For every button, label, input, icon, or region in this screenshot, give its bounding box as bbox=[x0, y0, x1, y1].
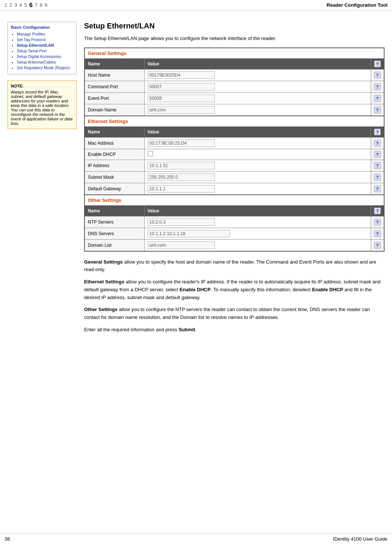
default-gateway-input[interactable] bbox=[148, 185, 215, 193]
para-other-text: allow you to configure the NTP servers t… bbox=[84, 307, 370, 320]
sidebar-item-setup-antenna[interactable]: Setup Antenna/Cables bbox=[17, 60, 73, 64]
help-icon-domain-list[interactable]: ? bbox=[374, 242, 381, 249]
dns-servers-input[interactable] bbox=[148, 230, 230, 237]
subnet-mask-input[interactable] bbox=[148, 173, 215, 181]
para-ethernet-text2: . To manually specify this information, … bbox=[211, 287, 312, 292]
ntp-servers-input[interactable] bbox=[148, 218, 215, 226]
ip-address-help: ? bbox=[371, 160, 385, 171]
command-port-help: ? bbox=[371, 81, 385, 92]
dns-servers-help: ? bbox=[371, 228, 385, 239]
enable-dhcp-checkbox[interactable] bbox=[148, 151, 153, 156]
ip-address-value-cell bbox=[144, 160, 371, 171]
nav-6[interactable]: 6 bbox=[29, 2, 33, 9]
nav-2[interactable]: 2 bbox=[9, 2, 12, 8]
domain-name-value-cell bbox=[144, 104, 371, 116]
ip-address-input[interactable] bbox=[148, 162, 215, 169]
sidebar-item-manage-profiles[interactable]: Manage Profiles bbox=[17, 32, 73, 36]
general-name-col-header: Name bbox=[84, 58, 144, 69]
sidebar-item-setup-serial[interactable]: Setup Serial Port bbox=[17, 49, 73, 53]
host-name-input[interactable] bbox=[148, 71, 215, 79]
para-ethernet: Ethernet Settings allow you to configure… bbox=[84, 278, 385, 301]
help-icon-domain-name[interactable]: ? bbox=[374, 107, 381, 113]
intro-text: The Setup Ethernet/LAN page allows you t… bbox=[84, 35, 385, 42]
table-row: Subnet Mask ? bbox=[84, 171, 384, 183]
sidebar-item-setup-digital[interactable]: Setup Digital Accessories bbox=[17, 54, 73, 59]
para-ethernet-bold: Ethernet Settings bbox=[84, 279, 124, 285]
mac-address-value-cell bbox=[144, 137, 371, 149]
sidebar-item-set-tag-protocol[interactable]: Set Tag Protocol bbox=[17, 37, 73, 42]
para-submit: Enter all the required information and p… bbox=[84, 326, 385, 334]
domain-name-input[interactable] bbox=[148, 106, 215, 114]
table-row: DNS Servers ? bbox=[84, 228, 384, 239]
domain-list-input[interactable] bbox=[148, 242, 215, 249]
help-icon-command-port[interactable]: ? bbox=[374, 83, 381, 90]
ethernet-settings-section-header: Ethernet Settings bbox=[84, 116, 384, 127]
table-row: Mac Address ? bbox=[84, 137, 384, 149]
help-icon-dns[interactable]: ? bbox=[374, 230, 381, 237]
dns-servers-value-cell bbox=[144, 228, 371, 239]
footer-page-number: 38 bbox=[4, 536, 10, 542]
help-icon-dhcp[interactable]: ? bbox=[374, 151, 381, 158]
nav-5[interactable]: 5 bbox=[24, 2, 27, 8]
sidebar-item-regulatory-mode[interactable]: Set Regulatory Mode (Region) bbox=[17, 65, 73, 70]
nav-3[interactable]: 3 bbox=[14, 2, 17, 8]
page-footer: 38 IDentity 4100 User Guide bbox=[0, 534, 392, 544]
table-row: Event Port ? bbox=[84, 92, 384, 104]
other-settings-col-header: Name Value ? bbox=[84, 205, 384, 216]
nav-1[interactable]: 1 bbox=[4, 2, 7, 8]
event-port-input[interactable] bbox=[148, 95, 215, 102]
ethernet-settings-col-header: Name Value ? bbox=[84, 126, 384, 137]
note-text: Always record the IP, Mac, subnet, and d… bbox=[11, 90, 73, 126]
page-heading: Setup Ethernet/LAN bbox=[84, 22, 385, 30]
general-settings-col-header: Name Value ? bbox=[84, 58, 384, 69]
event-port-label: Event Port bbox=[84, 92, 144, 104]
default-gateway-help: ? bbox=[371, 183, 385, 195]
domain-list-help: ? bbox=[371, 239, 385, 251]
general-help-icon-header: ? bbox=[374, 61, 381, 67]
enable-dhcp-help: ? bbox=[371, 149, 385, 160]
ethernet-settings-label: Ethernet Settings bbox=[84, 116, 384, 127]
para-submit-end: . bbox=[195, 327, 197, 332]
sidebar-item-setup-ethernet[interactable]: Setup Ethernet/LAN bbox=[17, 43, 73, 47]
domain-list-value-cell bbox=[144, 239, 371, 251]
table-row: Default Gateway ? bbox=[84, 183, 384, 195]
ntp-servers-value-cell bbox=[144, 216, 371, 228]
other-settings-label: Other Settings bbox=[84, 195, 384, 206]
ethernet-name-col-header: Name bbox=[84, 126, 144, 137]
help-icon-subnet[interactable]: ? bbox=[374, 174, 381, 181]
help-icon-ntp[interactable]: ? bbox=[374, 219, 381, 225]
mac-address-input[interactable] bbox=[148, 139, 215, 147]
note-box: NOTE: Always record the IP, Mac, subnet,… bbox=[7, 80, 77, 129]
table-row: IP Address ? bbox=[84, 160, 384, 171]
main-content: Basic Configuration Manage Profiles Set … bbox=[0, 10, 392, 361]
para-general-bold: General Settings bbox=[84, 259, 123, 265]
table-row: Domain Name ? bbox=[84, 104, 384, 116]
nav-7[interactable]: 7 bbox=[35, 2, 37, 8]
table-row: Enable DHCP ? bbox=[84, 149, 384, 160]
help-icon-host[interactable]: ? bbox=[374, 72, 381, 79]
default-gateway-value-cell bbox=[144, 183, 371, 195]
nav-9[interactable]: 9 bbox=[45, 2, 47, 8]
ethernet-help-icon-header: ? bbox=[374, 129, 381, 135]
nav-8[interactable]: 8 bbox=[40, 2, 42, 8]
footer-product: IDentity 4100 User Guide bbox=[333, 536, 388, 542]
page-header: 1 2 3 4 5 6 7 8 9 Reader Configuration T… bbox=[0, 0, 392, 10]
ip-address-label: IP Address bbox=[84, 160, 144, 171]
other-help-icon-header: ? bbox=[374, 208, 381, 214]
ntp-servers-help: ? bbox=[371, 216, 385, 228]
general-value-col-header: Value bbox=[144, 58, 371, 69]
sidebar-nav-title: Basic Configuration bbox=[11, 25, 73, 30]
help-icon-ip[interactable]: ? bbox=[374, 162, 381, 169]
help-icon-event-port[interactable]: ? bbox=[374, 95, 381, 102]
domain-list-label: Domain List bbox=[84, 239, 144, 251]
host-name-label: Host Name bbox=[84, 69, 144, 81]
command-port-input[interactable] bbox=[148, 83, 215, 90]
other-help-col-header: ? bbox=[371, 205, 385, 216]
nav-4[interactable]: 4 bbox=[19, 2, 22, 8]
table-row: Command Port ? bbox=[84, 81, 384, 92]
help-icon-mac[interactable]: ? bbox=[374, 140, 381, 147]
para-ethernet-enable-dhcp-1: Enable DHCP bbox=[180, 287, 211, 292]
content-area: Setup Ethernet/LAN The Setup Ethernet/LA… bbox=[84, 22, 385, 338]
sidebar-nav-list: Manage Profiles Set Tag Protocol Setup E… bbox=[11, 32, 73, 70]
help-icon-gateway[interactable]: ? bbox=[374, 185, 381, 192]
